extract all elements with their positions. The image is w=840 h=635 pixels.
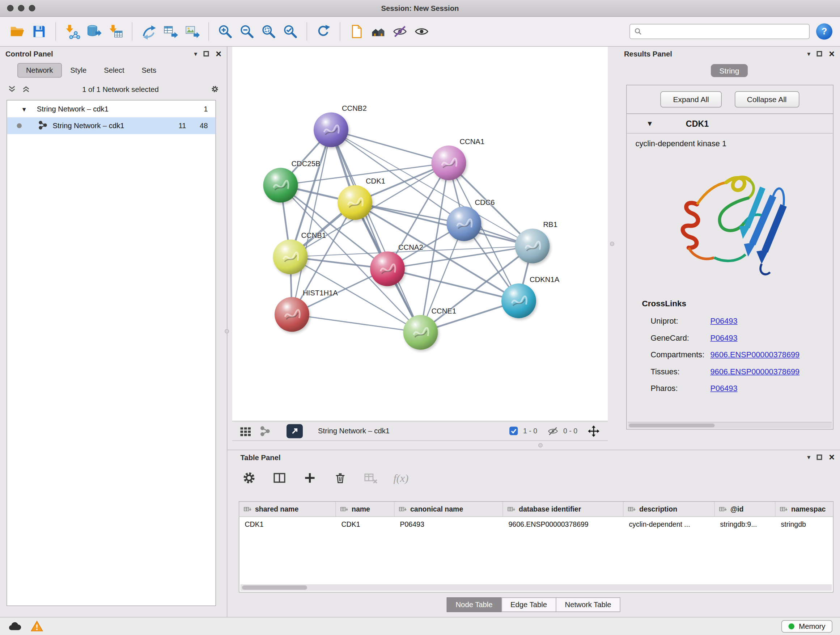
network-edge-CCNB2-HIST1H1A[interactable] <box>292 130 331 315</box>
move-pan-icon[interactable] <box>587 424 600 437</box>
network-options-gear-icon[interactable] <box>210 85 219 93</box>
network-node-CCNA2[interactable] <box>370 252 405 287</box>
network-row-selected[interactable]: String Network – cdk1 11 48 <box>7 117 216 134</box>
tab-style[interactable]: Style <box>62 63 95 78</box>
share-network-icon[interactable] <box>259 425 270 436</box>
cell-shared-name[interactable]: CDK1 <box>240 520 336 529</box>
collapse-all-icon[interactable] <box>8 85 16 93</box>
network-canvas[interactable]: CCNB2CCNA1CDC25BCDK1CDC6RB1CCNB1CCNA2CDK… <box>232 47 608 421</box>
delete-column-icon[interactable] <box>333 470 348 486</box>
network-node-CDC6[interactable] <box>447 206 482 241</box>
network-collection-row[interactable]: ▼ String Network – cdk1 1 <box>7 101 216 118</box>
open-session-icon[interactable] <box>6 21 28 42</box>
crosslink-link[interactable]: 9606.ENSP00000378699 <box>711 350 800 359</box>
network-from-table-icon[interactable] <box>159 21 181 42</box>
panel-close-icon[interactable]: × <box>216 49 221 59</box>
results-horizontal-scrollbar[interactable] <box>628 422 832 428</box>
export-image-icon[interactable] <box>181 21 203 42</box>
cell-name[interactable]: CDK1 <box>336 520 395 529</box>
protein-entry-header[interactable]: ▼ CDK1 <box>627 114 833 134</box>
zoom-out-icon[interactable] <box>236 21 258 42</box>
cell-id[interactable]: stringdb:9... <box>715 520 775 529</box>
refresh-layout-icon[interactable] <box>313 21 334 42</box>
crosslink-link[interactable]: P06493 <box>711 317 737 325</box>
column-header-database-identifier[interactable]: database identifier <box>503 502 624 516</box>
traffic-light-close[interactable] <box>7 5 14 11</box>
column-header-namespace[interactable]: namespac <box>775 502 833 516</box>
left-splitter-handle[interactable] <box>225 329 229 333</box>
network-edge-CCNB2-CCNA1[interactable] <box>331 130 449 163</box>
network-node-RB1[interactable] <box>515 229 550 264</box>
import-network-file-icon[interactable] <box>62 21 83 42</box>
crosslink-link[interactable]: P06493 <box>711 384 737 393</box>
import-network-database-icon[interactable] <box>83 21 105 42</box>
warning-icon[interactable] <box>30 620 43 632</box>
column-header-description[interactable]: description <box>624 502 715 516</box>
network-node-CDK1[interactable] <box>338 185 372 220</box>
column-header-id[interactable]: @id <box>715 502 775 516</box>
houses-overview-icon[interactable] <box>368 21 389 42</box>
zoom-in-icon[interactable] <box>215 21 236 42</box>
traffic-light-minimize[interactable] <box>18 5 25 11</box>
tree-collapse-icon[interactable]: ▼ <box>21 106 27 112</box>
expand-all-button[interactable]: Expand All <box>660 91 722 108</box>
tab-node-table[interactable]: Node Table <box>447 597 502 612</box>
search-input[interactable] <box>645 27 805 36</box>
traffic-light-zoom[interactable] <box>29 5 35 11</box>
panel-menu-icon[interactable]: ▾ <box>807 51 810 57</box>
network-node-CCNB1[interactable] <box>273 240 308 274</box>
column-header-canonical-name[interactable]: canonical name <box>395 502 503 516</box>
network-edge-CCNB2-CCNE1[interactable] <box>331 130 421 333</box>
help-icon[interactable]: ? <box>816 24 832 40</box>
grid-view-icon[interactable] <box>240 425 252 437</box>
crosslink-link[interactable]: P06493 <box>711 333 737 342</box>
tab-sets[interactable]: Sets <box>133 63 165 78</box>
duplicate-document-icon[interactable] <box>346 21 368 42</box>
toolbar-search[interactable] <box>630 24 810 39</box>
selected-checkbox-icon[interactable] <box>508 426 519 436</box>
show-columns-icon[interactable] <box>272 470 287 486</box>
save-session-icon[interactable] <box>28 21 50 42</box>
hidden-eye-slash-icon[interactable] <box>547 425 559 437</box>
add-column-icon[interactable] <box>302 470 317 486</box>
collapse-all-button[interactable]: Collapse All <box>734 91 799 108</box>
crosslink-link[interactable]: 9606.ENSP00000378699 <box>711 367 800 375</box>
table-settings-gear-icon[interactable] <box>242 470 257 486</box>
network-node-CDC25B[interactable] <box>264 168 298 203</box>
network-node-CCNB2[interactable] <box>314 112 348 147</box>
zoom-fit-icon[interactable] <box>258 21 279 42</box>
network-edge-HIST1H1A-CCNE1[interactable] <box>292 315 421 333</box>
expand-all-icon[interactable] <box>22 85 30 93</box>
cell-description[interactable]: cyclin-dependent ... <box>624 520 715 529</box>
network-node-HIST1H1A[interactable] <box>275 297 309 332</box>
panel-float-icon[interactable] <box>817 455 822 460</box>
cloud-icon[interactable] <box>8 620 22 632</box>
table-row[interactable]: CDK1 CDK1 P06493 9606.ENSP00000378699 cy… <box>240 517 833 532</box>
cell-database-identifier[interactable]: 9606.ENSP00000378699 <box>503 520 624 529</box>
column-header-name[interactable]: name <box>336 502 395 516</box>
network-node-CCNA1[interactable] <box>431 146 466 180</box>
network-node-CCNE1[interactable] <box>403 315 438 350</box>
cell-namespace[interactable]: stringdb <box>775 520 833 529</box>
tab-select[interactable]: Select <box>95 63 133 78</box>
open-in-browser-icon[interactable] <box>286 424 303 438</box>
panel-menu-icon[interactable]: ▾ <box>194 51 197 57</box>
tab-edge-table[interactable]: Edge Table <box>501 597 556 612</box>
panel-close-icon[interactable]: × <box>829 453 835 462</box>
column-header-shared-name[interactable]: shared name <box>240 502 336 516</box>
table-horizontal-scrollbar[interactable] <box>240 584 832 591</box>
zoom-selected-icon[interactable] <box>279 21 302 42</box>
panel-float-icon[interactable] <box>204 51 209 57</box>
panel-float-icon[interactable] <box>817 51 822 57</box>
network-node-CDKN1A[interactable] <box>501 283 536 318</box>
import-table-file-icon[interactable] <box>105 21 126 42</box>
string-results-tab[interactable]: String <box>711 64 748 77</box>
bottom-splitter-handle[interactable] <box>538 443 543 448</box>
right-splitter-handle[interactable] <box>610 242 614 246</box>
show-eye-icon[interactable] <box>411 21 433 42</box>
memory-button[interactable]: Memory <box>782 620 832 633</box>
tab-network-table[interactable]: Network Table <box>556 597 621 612</box>
panel-menu-icon[interactable]: ▾ <box>807 454 810 461</box>
hide-eye-slash-icon[interactable] <box>389 21 411 42</box>
panel-close-icon[interactable]: × <box>829 49 835 59</box>
